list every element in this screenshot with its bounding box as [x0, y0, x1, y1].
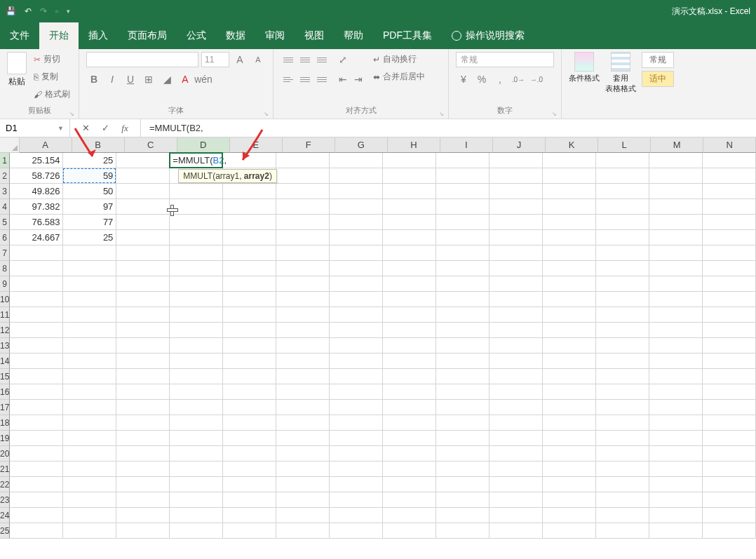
- cell-K23[interactable]: [543, 492, 596, 508]
- cell-N14[interactable]: [703, 353, 756, 369]
- cell-M17[interactable]: [649, 400, 703, 415]
- font-size-select[interactable]: [201, 52, 229, 67]
- cell-N2[interactable]: [703, 168, 756, 184]
- cell-E3[interactable]: [223, 184, 276, 199]
- cell-B1[interactable]: 25: [63, 153, 116, 168]
- cell-I3[interactable]: [436, 184, 490, 199]
- cell-F25[interactable]: [276, 523, 330, 539]
- row-header-16[interactable]: 16: [0, 384, 10, 400]
- cell-B8[interactable]: [63, 261, 116, 276]
- cell-C5[interactable]: [116, 215, 170, 230]
- cell-I16[interactable]: [436, 384, 490, 400]
- cell-L10[interactable]: [596, 292, 649, 307]
- cell-F4[interactable]: [276, 199, 330, 215]
- cell-M23[interactable]: [649, 492, 703, 508]
- cell-E16[interactable]: [223, 384, 276, 400]
- cell-N18[interactable]: [703, 415, 756, 431]
- col-header-K[interactable]: K: [546, 137, 598, 153]
- cell-D9[interactable]: [170, 276, 223, 292]
- tab-view[interactable]: 视图: [295, 22, 334, 49]
- cell-A2[interactable]: 58.726: [10, 168, 63, 184]
- cell-H18[interactable]: [383, 415, 436, 431]
- merge-center-button[interactable]: ⬌合并后居中: [372, 69, 426, 84]
- cell-K4[interactable]: [543, 199, 596, 215]
- cell-N11[interactable]: [703, 307, 756, 323]
- cell-F5[interactable]: [276, 215, 330, 230]
- cell-N24[interactable]: [703, 508, 756, 523]
- cell-H24[interactable]: [383, 508, 436, 523]
- cell-N16[interactable]: [703, 384, 756, 400]
- cell-H21[interactable]: [383, 462, 436, 477]
- cell-C19[interactable]: [116, 431, 170, 446]
- cell-A1[interactable]: 25.154: [10, 153, 63, 168]
- cell-D18[interactable]: [170, 415, 223, 431]
- cell-I7[interactable]: [436, 245, 490, 261]
- accept-formula-button[interactable]: ✓: [95, 123, 115, 133]
- cell-M16[interactable]: [649, 384, 703, 400]
- col-header-D[interactable]: D: [177, 137, 230, 153]
- cell-F11[interactable]: [276, 307, 330, 323]
- cell-M22[interactable]: [649, 477, 703, 492]
- cell-C4[interactable]: [116, 199, 170, 215]
- cell-B14[interactable]: [63, 353, 116, 369]
- cell-A5[interactable]: 76.583: [10, 215, 63, 230]
- cells-container[interactable]: 25.15425=MMULT(B2,58.7265949.8265097.382…: [10, 153, 756, 539]
- cell-G25[interactable]: [330, 523, 383, 539]
- row-header-20[interactable]: 20: [0, 446, 10, 462]
- cell-C3[interactable]: [116, 184, 170, 199]
- cell-G7[interactable]: [330, 245, 383, 261]
- cell-A19[interactable]: [10, 431, 63, 446]
- cell-L1[interactable]: [596, 153, 649, 168]
- cell-C23[interactable]: [116, 492, 170, 508]
- cell-E12[interactable]: [223, 323, 276, 338]
- cell-N12[interactable]: [703, 323, 756, 338]
- font-color-button[interactable]: A: [177, 72, 193, 87]
- cell-F20[interactable]: [276, 446, 330, 462]
- cell-G16[interactable]: [330, 384, 383, 400]
- cell-I25[interactable]: [436, 523, 490, 539]
- cell-H8[interactable]: [383, 261, 436, 276]
- cell-M14[interactable]: [649, 353, 703, 369]
- cell-G17[interactable]: [330, 400, 383, 415]
- tab-formulas[interactable]: 公式: [177, 22, 216, 49]
- cell-G6[interactable]: [330, 230, 383, 245]
- cell-K21[interactable]: [543, 462, 596, 477]
- cell-I8[interactable]: [436, 261, 490, 276]
- cell-G22[interactable]: [330, 477, 383, 492]
- cell-B23[interactable]: [63, 492, 116, 508]
- cell-F17[interactable]: [276, 400, 330, 415]
- cell-I12[interactable]: [436, 323, 490, 338]
- row-header-1[interactable]: 1: [0, 153, 10, 168]
- cell-D14[interactable]: [170, 353, 223, 369]
- cell-B5[interactable]: 77: [63, 215, 116, 230]
- cell-L16[interactable]: [596, 384, 649, 400]
- cell-E18[interactable]: [223, 415, 276, 431]
- cell-M8[interactable]: [649, 261, 703, 276]
- cell-H2[interactable]: [383, 168, 436, 184]
- cell-M5[interactable]: [649, 215, 703, 230]
- cell-C13[interactable]: [116, 338, 170, 353]
- cell-A17[interactable]: [10, 400, 63, 415]
- cell-B24[interactable]: [63, 508, 116, 523]
- cell-I24[interactable]: [436, 508, 490, 523]
- col-header-N[interactable]: N: [703, 137, 756, 153]
- cell-I1[interactable]: [436, 153, 490, 168]
- cell-B12[interactable]: [63, 323, 116, 338]
- increase-font-icon[interactable]: A: [232, 52, 248, 67]
- cell-A10[interactable]: [10, 292, 63, 307]
- cell-J21[interactable]: [490, 462, 543, 477]
- tell-me-search[interactable]: 操作说明搜索: [442, 22, 534, 49]
- cell-L2[interactable]: [596, 168, 649, 184]
- cell-C6[interactable]: [116, 230, 170, 245]
- fill-color-button[interactable]: ◢: [159, 72, 175, 87]
- cell-B3[interactable]: 50: [63, 184, 116, 199]
- cell-J1[interactable]: [490, 153, 543, 168]
- cell-C25[interactable]: [116, 523, 170, 539]
- cell-C24[interactable]: [116, 508, 170, 523]
- cell-I20[interactable]: [436, 446, 490, 462]
- fx-button[interactable]: fx: [115, 123, 135, 134]
- cell-C12[interactable]: [116, 323, 170, 338]
- cell-C15[interactable]: [116, 369, 170, 384]
- cell-G13[interactable]: [330, 338, 383, 353]
- cell-D25[interactable]: [170, 523, 223, 539]
